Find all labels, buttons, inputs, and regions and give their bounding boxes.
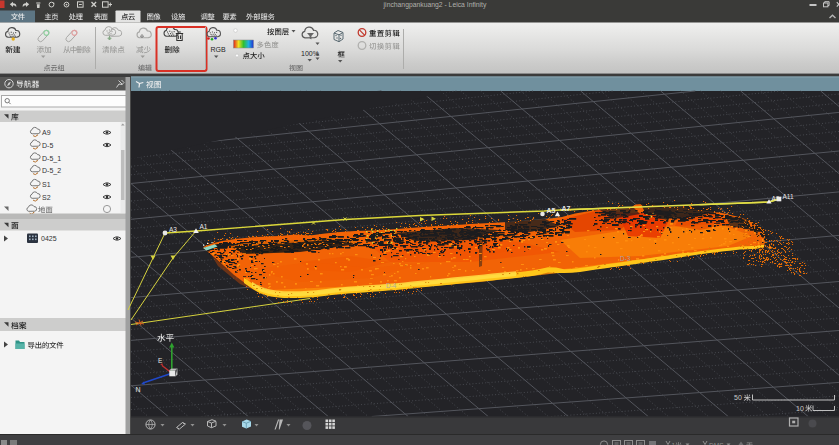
svg-text:A3: A3 xyxy=(169,226,177,233)
svg-text:A9: A9 xyxy=(772,195,780,202)
svg-text:A7: A7 xyxy=(562,205,571,212)
svg-text:10: 10 xyxy=(796,405,804,412)
svg-text:0425: 0425 xyxy=(41,235,57,242)
svg-text:N: N xyxy=(136,386,141,393)
svg-text:D-5: D-5 xyxy=(42,142,53,149)
svg-text:E: E xyxy=(158,357,163,364)
svg-text:A9: A9 xyxy=(42,129,51,136)
svg-text:S1: S1 xyxy=(42,181,51,188)
svg-text:D-3: D-3 xyxy=(620,255,631,262)
svg-text:S2: S2 xyxy=(42,194,51,201)
svg-text:D-5_1: D-5_1 xyxy=(42,155,61,163)
svg-text:A1: A1 xyxy=(200,223,208,230)
svg-text:DMS: DMS xyxy=(709,442,724,445)
svg-text:D-5_2: D-5_2 xyxy=(42,167,61,175)
svg-text:A5: A5 xyxy=(547,207,556,214)
svg-text:RGB: RGB xyxy=(211,46,227,53)
svg-text:1: 1 xyxy=(672,442,676,445)
svg-text:50: 50 xyxy=(734,394,742,401)
svg-text:jinchangpankuang2 - Leica Infi: jinchangpankuang2 - Leica Infinity xyxy=(383,1,487,9)
svg-text:D-4: D-4 xyxy=(386,282,397,289)
svg-text:100%: 100% xyxy=(301,50,319,57)
svg-text:A11: A11 xyxy=(783,193,794,200)
